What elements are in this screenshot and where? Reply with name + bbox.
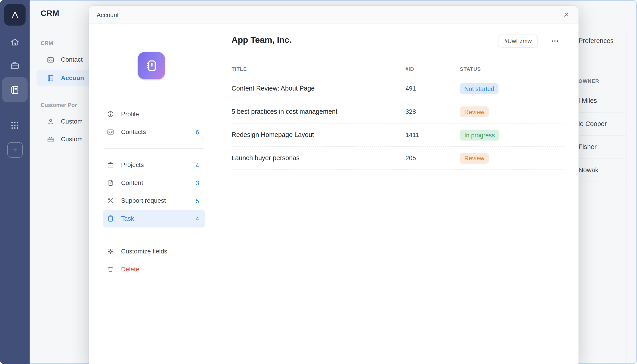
close-icon [562, 11, 570, 18]
divider [104, 148, 204, 149]
owner-column: OWNER l Miles ie Cooper Fisher Nowak [578, 74, 626, 182]
count-badge: 4 [196, 162, 199, 168]
column-header-id: #ID [406, 66, 460, 72]
count-badge: 4 [196, 215, 199, 222]
apps-grid-icon[interactable] [10, 120, 20, 130]
menu-item-task[interactable]: Task 4 [103, 210, 205, 228]
modal-sidebar: Profile Contacts 6 Projects 4 [89, 24, 214, 364]
table-header-row: TITLE #ID STATUS [232, 62, 564, 77]
status-badge[interactable]: Review [460, 106, 489, 117]
briefcase-icon[interactable] [10, 60, 20, 71]
owner-column-header: OWNER [578, 74, 626, 90]
modal-header: Account [89, 6, 578, 24]
info-icon [107, 110, 114, 118]
attio-logo-icon[interactable] [4, 4, 26, 26]
plus-icon [12, 146, 19, 154]
menu-item-profile[interactable]: Profile [103, 105, 205, 123]
rail-item-accounts-active[interactable] [2, 77, 28, 102]
nav-section-customer-portal: Customer Por [41, 102, 77, 108]
modal-content: App Team, Inc. #UwFzmw TITLE #ID STATUS … [214, 24, 578, 364]
table-row[interactable]: Fisher [578, 136, 626, 159]
accounts-book-icon [47, 74, 54, 82]
clipboard-icon [107, 215, 114, 222]
record-id-chip[interactable]: #UwFzmw [498, 34, 538, 48]
more-options-button[interactable] [550, 36, 560, 46]
more-icon [550, 37, 560, 46]
account-avatar [138, 52, 165, 80]
status-badge[interactable]: Not started [460, 83, 498, 94]
count-badge: 3 [196, 179, 199, 186]
sidebar-item-label: Accoun [61, 74, 84, 82]
gear-icon [107, 248, 114, 255]
page-title: CRM [41, 9, 59, 18]
trash-icon [107, 266, 114, 273]
menu-item-projects[interactable]: Projects 4 [103, 156, 205, 174]
notebook-icon [143, 58, 159, 74]
status-badge[interactable]: In progress [460, 130, 499, 140]
task-title: Content Review: About Page [232, 85, 406, 92]
menu-item-customize-fields[interactable]: Customize fields [103, 242, 205, 260]
count-badge: 6 [196, 128, 199, 135]
task-title: Redesign Homepage Layout [232, 131, 406, 138]
task-title: Launch buyer personas [232, 154, 406, 162]
person-icon [47, 118, 54, 125]
accounts-book-icon [10, 85, 20, 95]
column-header-status: STATUS [460, 66, 564, 72]
app-window: CRM CRM Contact Accoun Customer Por Cust… [0, 0, 637, 364]
sidebar-item-label: Contact [61, 56, 82, 63]
contact-card-icon [47, 56, 54, 64]
status-badge[interactable]: Review [460, 153, 489, 164]
contact-card-icon [107, 128, 114, 136]
header-actions: #UwFzmw [498, 34, 560, 48]
menu-item-content[interactable]: Content 3 [103, 174, 205, 192]
table-row[interactable]: l Miles [578, 90, 626, 112]
preferences-button[interactable]: Preferences [578, 37, 614, 44]
table-row[interactable]: Nowak [578, 159, 626, 182]
sidebar-item-label: Custom [61, 136, 82, 143]
menu-item-contacts[interactable]: Contacts 6 [103, 123, 205, 141]
account-modal: Account Profile [89, 6, 578, 364]
briefcase-icon [107, 161, 114, 168]
table-row[interactable]: ie Cooper [578, 112, 626, 136]
task-title: 5 best practices in cost management [232, 108, 406, 115]
table-row[interactable]: Content Review: About Page 491 Not start… [232, 77, 564, 100]
column-divider [626, 34, 626, 364]
modal-title: Account [97, 11, 119, 18]
task-id: 1411 [406, 131, 460, 138]
briefcase-icon [47, 136, 54, 143]
home-icon[interactable] [10, 37, 20, 47]
table-row[interactable]: 5 best practices in cost management 328 … [232, 100, 564, 124]
task-id: 205 [406, 154, 460, 162]
sidebar-item-label: Custom [61, 118, 82, 125]
modal-menu: Profile Contacts 6 Projects 4 [103, 105, 205, 278]
count-badge: 5 [196, 197, 199, 204]
task-id: 328 [406, 108, 460, 115]
table-row[interactable]: Launch buyer personas 205 Review [232, 147, 564, 170]
table-row[interactable]: Redesign Homepage Layout 1411 In progres… [232, 124, 564, 147]
app-rail [0, 0, 30, 364]
menu-item-delete[interactable]: Delete [103, 260, 205, 278]
menu-item-support-request[interactable]: Support request 5 [103, 192, 205, 210]
background-table-area: Preferences OWNER l Miles ie Cooper Fish… [578, 0, 637, 364]
tools-icon [107, 197, 114, 204]
add-button[interactable] [7, 142, 23, 158]
divider [104, 235, 204, 235]
task-table: TITLE #ID STATUS Content Review: About P… [232, 62, 564, 170]
document-icon [107, 179, 114, 186]
task-id: 491 [406, 85, 460, 92]
account-name: App Team, Inc. [232, 35, 292, 45]
column-header-title: TITLE [232, 66, 406, 72]
nav-section-crm: CRM [41, 40, 53, 46]
close-button[interactable] [560, 9, 572, 21]
